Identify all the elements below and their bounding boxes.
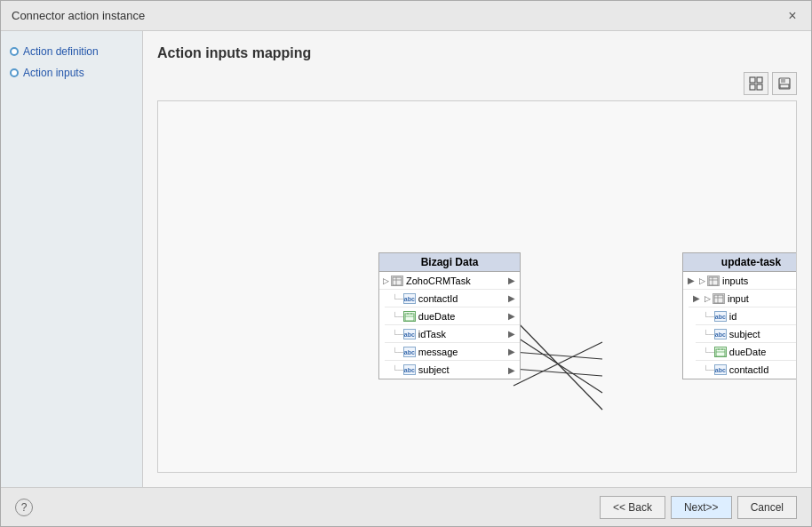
close-button[interactable]: × [784,8,800,24]
right-row-label-0: inputs [722,275,748,286]
abc-icon-r2: abc [714,311,727,322]
content-area: Action definition Action inputs Action i… [1,31,811,487]
sidebar-item-label-1: Action definition [23,45,99,58]
right-row-2: └─ abc id [696,307,797,325]
right-row-4: └─ dueDate [696,343,797,361]
left-port-2: ▶ [507,312,516,321]
left-row-label-3: idTask [418,329,446,339]
main-panel: Action inputs mapping [143,31,811,487]
svg-rect-15 [405,314,414,321]
svg-line-9 [513,352,602,359]
sidebar: Action definition Action inputs [1,31,143,487]
svg-rect-5 [781,78,785,83]
left-row-1: └─ abc contactId ▶ [385,290,520,307]
svg-line-11 [513,342,602,386]
save-button[interactable] [772,72,797,95]
right-row-label-5: contactId [729,364,769,375]
sidebar-item-label-2: Action inputs [23,67,84,79]
right-row-0: ▶ ▷ inputs [683,272,797,290]
right-row-label-3: subject [729,329,760,339]
abc-icon-r3: abc [714,329,727,339]
table-icon-r1 [712,293,725,304]
left-row-2: └─ dueDate ▶ [385,307,520,325]
mapping-inner: Bizagi Data ▷ ZohoCRMTask [158,101,796,472]
left-row-5: └─ abc subject ▶ [385,361,520,379]
left-port-1: ▶ [507,294,516,303]
sidebar-dot-1 [10,47,19,56]
svg-line-8 [513,335,602,393]
nav-buttons: << Back Next>> Cancel [600,496,797,519]
layout-button[interactable] [744,72,768,95]
svg-rect-6 [780,84,789,88]
left-node: Bizagi Data ▷ ZohoCRMTask [378,252,521,379]
svg-rect-1 [757,77,762,83]
cancel-button[interactable]: Cancel [737,496,797,519]
expand-icon-r0: ▷ [699,276,705,285]
expand-icon-r1: ▷ [705,294,711,303]
left-row-label-2: dueDate [418,311,456,322]
right-row-3: └─ abc subject [696,325,797,343]
help-button[interactable]: ? [15,499,33,516]
title-bar: Connector action instance × [1,1,811,31]
toolbar [157,72,797,95]
sidebar-dot-2 [10,68,19,77]
svg-rect-25 [716,349,725,356]
left-port-5: ▶ [507,365,516,374]
mapping-canvas: Bizagi Data ▷ ZohoCRMTask [157,100,797,473]
left-node-header: Bizagi Data [379,253,520,272]
page-title: Action inputs mapping [157,45,797,61]
svg-rect-0 [750,77,755,83]
next-button[interactable]: Next>> [671,496,732,519]
abc-icon-4: abc [403,347,416,357]
svg-rect-3 [757,84,762,90]
sidebar-item-action-inputs[interactable]: Action inputs [10,67,133,79]
svg-rect-19 [709,277,718,285]
sidebar-item-action-definition[interactable]: Action definition [10,45,133,58]
left-row-label-5: subject [418,364,450,375]
right-node: update-task ▶ ▷ [682,252,797,379]
expand-icon-0: ▷ [383,276,389,285]
svg-rect-22 [714,295,723,303]
svg-line-7 [513,318,602,410]
abc-icon-r5: abc [714,364,727,375]
dialog: Connector action instance × Action defin… [0,0,812,527]
left-row-4: └─ abc message ▶ [385,343,520,361]
right-port-0: ▶ [687,276,696,285]
left-row-label-0: ZohoCRMTask [406,275,471,286]
svg-rect-12 [393,277,402,285]
right-row-label-1: input [728,293,749,304]
right-row-label-4: dueDate [729,347,767,357]
left-port-0: ▶ [507,276,516,285]
svg-line-10 [513,369,602,376]
left-port-3: ▶ [507,330,516,339]
back-button[interactable]: << Back [600,496,665,519]
right-row-5: └─ abc contactId [696,361,797,379]
abc-icon-5: abc [403,364,416,375]
svg-rect-2 [750,84,755,90]
left-port-4: ▶ [507,347,516,356]
left-row-0: ▷ ZohoCRMTask ▶ [379,272,520,290]
date-icon-2 [403,311,416,322]
abc-icon-3: abc [403,329,416,339]
left-row-3: └─ abc idTask ▶ [385,325,520,343]
table-icon-r0 [707,275,720,286]
date-icon-r4 [714,347,727,357]
dialog-title: Connector action instance [12,9,145,22]
left-row-label-4: message [418,347,458,357]
abc-icon-1: abc [403,293,416,304]
table-icon-0 [391,275,403,286]
right-node-header: update-task [683,253,797,272]
left-row-label-1: contactId [418,293,458,304]
bottom-bar: ? << Back Next>> Cancel [1,487,811,526]
right-row-1: ▶ ▷ input [689,290,797,307]
right-row-label-2: id [729,311,737,322]
right-port-1: ▶ [692,294,701,303]
